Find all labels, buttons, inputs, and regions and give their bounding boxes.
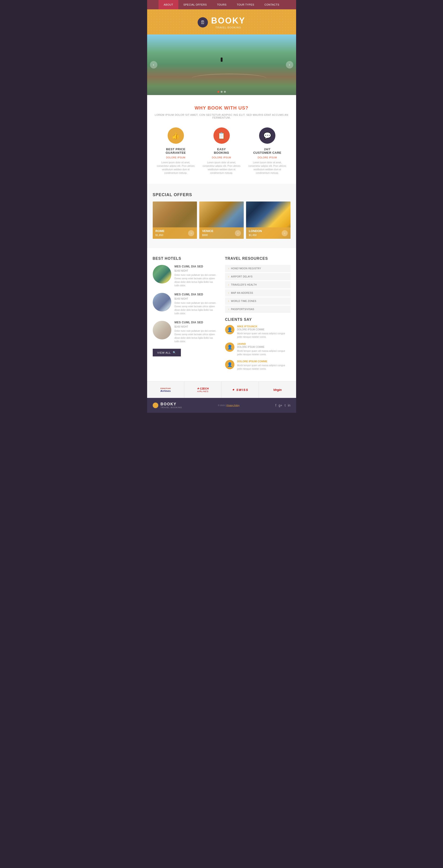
testimonial-content-1: MIKE IFTOUNCK DOLORE IPSUM COMME Morbi t… (237, 325, 291, 339)
social-facebook[interactable]: f (275, 403, 276, 407)
airline-czech: ✈ CZECH AIRLINES (184, 381, 222, 398)
hotel-desc-3: Dolor nunc vuie pullatuer ips dol-consec… (175, 329, 218, 343)
view-all-button[interactable]: VIEW ALL 🔍 (153, 349, 181, 356)
slider-dot-2[interactable] (221, 91, 223, 93)
clients-say-title: CLIENTS SAY (225, 317, 291, 322)
social-googleplus[interactable]: g+ (279, 403, 282, 407)
offer-london-btn[interactable]: › (282, 230, 288, 236)
airlines-section: American Airlines ✈ CZECH AIRLINES ✦ SWI… (147, 381, 296, 398)
resource-passports[interactable]: › PASSPORTS/VISAS (225, 306, 291, 313)
right-col: TRAVEL RESOURCES › HONEYMOON REGISTRY › … (223, 256, 291, 374)
hotel-price-3: $140/ NIGHT (175, 325, 218, 328)
feature-price-text: Lorem ipsum dolor sit amet, consectetur … (157, 161, 195, 175)
hotel-item-3: MES CUML DIA SED $140/ NIGHT Dolor nunc … (153, 321, 218, 343)
footer-brand: BOOKY TRAVEL BOOKING (153, 402, 182, 409)
main-nav: ABOUT SPECIAL OFFERS TOURS TOUR TYPES CO… (147, 0, 296, 9)
feature-care-text: Lorem ipsum dolor sit amet, consectetur … (248, 161, 287, 175)
offer-london[interactable]: LONDON $1,450 › (246, 202, 291, 239)
testimonial-name-3: DOLORE IPSUM COMME (237, 360, 291, 363)
footer-title: BOOKY (161, 402, 182, 406)
testimonial-3: 👤 DOLORE IPSUM COMME Morbi tempor quam v… (225, 360, 291, 371)
page-footer: BOOKY TRAVEL BOOKING © 2015 | Privacy Po… (147, 398, 296, 413)
hotel-name-2: MES CUML DIA SED (175, 293, 218, 296)
resource-label-2: AIRPORT DELAYS (231, 275, 252, 278)
view-all-icon: 🔍 (173, 351, 176, 354)
why-book-section: WHY BOOK WITH US? LOREM IPSUM DOLOR SIT … (147, 95, 296, 184)
testimonial-content-2: JANND DOLORE IPSUM COMME Morbi tempor qu… (237, 342, 291, 356)
footer-privacy-link[interactable]: Privacy Policy (227, 404, 240, 406)
testimonial-1: 👤 MIKE IFTOUNCK DOLORE IPSUM COMME Morbi… (225, 325, 291, 339)
resource-arrow-3: › (228, 283, 229, 286)
resource-label-3: TRAVELER'S HEALTH (231, 283, 257, 286)
testimonial-avatar-2: 👤 (225, 342, 234, 352)
offer-rome-price: $1,850 (156, 234, 163, 237)
site-subtitle: TRAVEL BOOKING (211, 26, 245, 29)
offer-london-label: LONDON $1,450 › (246, 227, 291, 239)
hotel-per-night-2: / NIGHT (180, 298, 188, 300)
travel-resources-title: TRAVEL RESOURCES (225, 256, 291, 261)
offer-venice-text: VENICE $990 (202, 229, 213, 237)
header-calendar-icon: 🗓 (198, 17, 208, 28)
offer-venice-btn[interactable]: › (235, 230, 241, 236)
offer-venice[interactable]: VENICE $990 › (199, 202, 244, 239)
footer-copyright: © 2015 | Privacy Policy (218, 404, 240, 406)
testimonial-avatar-1: 👤 (225, 325, 234, 334)
offers-grid: ROME $1,850 › VENICE $990 › (153, 202, 291, 239)
testimonial-name-2: JANND (237, 342, 291, 345)
offer-rome[interactable]: ROME $1,850 › (153, 202, 197, 239)
offer-venice-city: VENICE (202, 229, 213, 233)
best-hotels-col: BEST HOTELS MES CUML DIA SED $140/ NIGHT… (153, 256, 223, 374)
resource-airport[interactable]: › AIRPORT DELAYS (225, 273, 291, 280)
resource-label-1: HONEYMOON REGISTRY (231, 267, 261, 270)
testimonial-2: 👤 JANND DOLORE IPSUM COMME Morbi tempor … (225, 342, 291, 356)
slider-dot-3[interactable] (224, 91, 226, 93)
feature-care-title: 24/7CUSTOMER CARE (248, 148, 287, 154)
nav-about[interactable]: ABOUT (159, 0, 178, 9)
slider-next-button[interactable]: › (286, 61, 293, 68)
social-linkedin[interactable]: in (288, 403, 291, 407)
nav-contacts[interactable]: CONTACTS (259, 0, 284, 9)
feature-booking-dolore: DOLORE IPSUM (202, 156, 241, 159)
feature-price-dolore: DOLORE IPSUM (157, 156, 195, 159)
two-col-section: BEST HOTELS MES CUML DIA SED $140/ NIGHT… (147, 248, 296, 381)
hero-path-decoration (192, 73, 266, 83)
offer-london-text: LONDON $1,450 (249, 229, 262, 237)
testimonial-avatar-3: 👤 (225, 360, 234, 369)
hotel-image-1 (153, 265, 171, 283)
offer-venice-label: VENICE $990 › (199, 227, 244, 239)
resource-health[interactable]: › TRAVELER'S HEALTH (225, 281, 291, 288)
hotel-per-night-1: / NIGHT (180, 270, 188, 272)
hotel-info-3: MES CUML DIA SED $140/ NIGHT Dolor nunc … (175, 321, 218, 343)
resource-arrow-6: › (228, 308, 229, 311)
footer-subtitle: TRAVEL BOOKING (161, 406, 182, 409)
footer-coin-icon (153, 403, 158, 408)
resource-timezones[interactable]: › WORLD TIME ZONES (225, 298, 291, 305)
hotel-price-1: $140/ NIGHT (175, 269, 218, 272)
hotel-image-2 (153, 293, 171, 311)
nav-tour-types[interactable]: TOUR TYPES (232, 0, 259, 9)
site-header: 🗓 BOOKY TRAVEL BOOKING (147, 9, 296, 34)
hotel-name-3: MES CUML DIA SED (175, 321, 218, 324)
offer-rome-btn[interactable]: › (188, 230, 194, 236)
nav-tours[interactable]: TOURS (212, 0, 232, 9)
footer-copyright-text: © 2015 | (218, 404, 226, 406)
hero-image (147, 34, 296, 95)
social-twitter[interactable]: t (285, 403, 286, 407)
hotel-item-2: MES CUML DIA SED $140/ NIGHT Dolor nunc … (153, 293, 218, 315)
special-offers-section: SPECIAL OFFERS ROME $1,850 › VENICE (147, 184, 296, 248)
nav-special-offers[interactable]: SPECIAL OFFERS (178, 0, 212, 9)
header-content: 🗓 BOOKY TRAVEL BOOKING (152, 16, 292, 29)
resource-map[interactable]: › MAP AN ADDRESS (225, 289, 291, 297)
offer-london-price: $1,450 (249, 234, 257, 237)
feature-booking-text: Lorem ipsum dolor sit amet, consectetur … (202, 161, 241, 175)
american-airlines-logo: American Airlines (160, 387, 171, 392)
slider-prev-button[interactable]: ‹ (150, 61, 157, 68)
testimonial-role-2: DOLORE IPSUM COMME (237, 346, 291, 348)
airline-swiss: ✦ SWISS (222, 381, 259, 398)
offer-rome-city: ROME (156, 229, 165, 233)
best-hotels-title: BEST HOTELS (153, 256, 218, 261)
resource-honeymoon[interactable]: › HONEYMOON REGISTRY (225, 265, 291, 272)
resource-arrow-2: › (228, 275, 229, 278)
slider-dot-1[interactable] (217, 91, 219, 93)
site-title: BOOKY (211, 16, 245, 26)
